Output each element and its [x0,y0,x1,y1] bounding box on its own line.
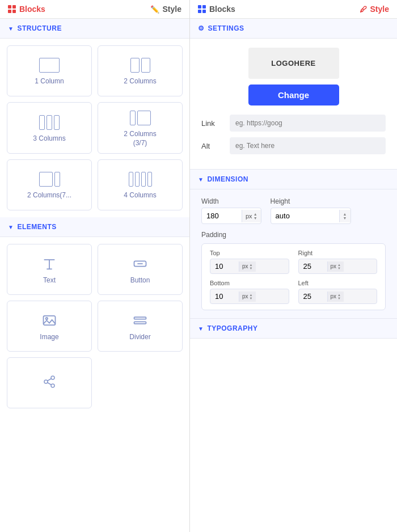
right-pencil-icon: 🖊 [360,5,367,14]
height-input-wrap: ▲▼ [271,208,351,224]
settings-content: LOGO HERE Change Link Alt [190,39,397,169]
button-icon [132,256,148,272]
element-image-label: Image [40,333,58,342]
element-share[interactable] [7,357,92,408]
dimension-section-header: ▼ DIMENSION [190,170,397,189]
padding-top-input[interactable] [210,259,239,273]
share-icon [43,375,56,389]
padding-right-arrows: ▲▼ [337,263,341,270]
padding-bottom-wrap: px ▲▼ [210,289,289,304]
share-svg [43,375,56,389]
logo-regular: HERE [294,59,316,67]
typography-label: TYPOGRAPHY [207,324,257,332]
height-input[interactable] [271,208,339,223]
right-nav-blocks[interactable]: Blocks [198,5,235,14]
block-2-columns-73-label: 2 Columns(7... [27,191,71,200]
element-button[interactable]: Button [98,244,183,295]
padding-right-unit[interactable]: px ▲▼ [327,261,344,272]
padding-right-unit-label: px [331,263,337,269]
width-input[interactable] [202,208,242,223]
padding-bottom-unit[interactable]: px ▲▼ [239,292,256,302]
elements-caret: ▼ [8,224,14,230]
width-unit[interactable]: px ▲▼ [242,210,261,222]
text-icon [41,256,57,272]
image-icon [41,313,57,328]
padding-right-wrap: px ▲▼ [298,259,378,274]
left-blocks-label: Blocks [19,5,45,14]
alt-field-row: Alt [201,137,386,154]
elements-section-header: ▼ ELEMENTS [0,217,189,237]
right-blocks-icon [198,5,206,13]
link-input[interactable] [230,115,386,132]
typography-section-header[interactable]: ▼ TYPOGRAPHY [190,319,397,339]
width-arrows: ▲▼ [254,212,257,220]
block-3-columns[interactable]: 3 Columns [7,102,92,154]
typography-caret: ▼ [198,326,204,332]
element-divider[interactable]: Divider [98,301,183,352]
icon-3-columns [39,115,60,130]
right-panel: Blocks 🖊 Style ⚙ SETTINGS LOGO HERE Chan… [190,0,397,532]
element-text[interactable]: Text [7,244,92,295]
block-2-columns-37[interactable]: 2 Columns(3/7) [98,102,183,154]
icon-1-column [39,58,60,73]
padding-left-group: Left px ▲▼ [298,280,378,304]
element-image[interactable]: Image [7,301,92,352]
padding-left-input[interactable] [299,289,327,303]
svg-point-10 [44,380,48,383]
padding-right-label: Right [298,250,378,256]
right-top-nav: Blocks 🖊 Style [190,0,397,19]
padding-left-wrap: px ▲▼ [298,289,378,304]
block-2-columns-label: 2 Columns [124,77,156,86]
block-2-columns-73[interactable]: 2 Columns(7... [7,159,92,210]
svg-rect-7 [134,318,146,320]
right-blocks-label: Blocks [209,5,235,14]
blocks-icon [8,5,16,13]
dimension-label: DIMENSION [207,175,248,183]
block-4-columns-label: 4 Columns [124,191,156,200]
padding-right-group: Right px ▲▼ [298,250,378,274]
height-group: Height ▲▼ [271,197,351,224]
right-panel-scroll[interactable]: ⚙ SETTINGS LOGO HERE Change Link Alt [190,19,397,532]
element-divider-label: Divider [129,333,150,342]
typography-section: ▼ TYPOGRAPHY [190,318,397,339]
padding-left-unit[interactable]: px ▲▼ [327,292,344,302]
width-unit-label: px [246,213,252,219]
block-4-columns[interactable]: 4 Columns [98,159,183,210]
structure-label: STRUCTURE [17,24,62,32]
dimension-caret: ▼ [198,176,204,183]
image-svg [41,313,57,328]
structure-section-header: ▼ STRUCTURE [0,19,189,39]
padding-bottom-unit-label: px [242,293,248,299]
change-button[interactable]: Change [248,85,339,105]
link-field-row: Link [201,115,386,132]
right-nav-style[interactable]: 🖊 Style [360,5,389,14]
alt-input[interactable] [230,137,386,154]
left-panel-scroll[interactable]: ▼ STRUCTURE 1 Column 2 Columns [0,19,189,532]
svg-point-11 [51,384,54,387]
icon-2-columns [130,58,150,73]
left-nav-style[interactable]: ✏️ Style [150,5,181,14]
svg-line-12 [48,383,52,385]
padding-top-unit[interactable]: px ▲▼ [239,261,256,272]
padding-bottom-label: Bottom [210,280,289,286]
height-label: Height [271,197,351,205]
padding-label: Padding [201,231,386,239]
text-svg [41,256,57,272]
left-style-label: Style [163,5,181,14]
padding-bottom-input[interactable] [210,289,239,303]
logo-bold: LOGO [271,59,294,67]
link-label: Link [201,119,224,128]
block-1-column[interactable]: 1 Column [7,45,92,96]
padding-top-group: Top px ▲▼ [210,250,289,274]
height-arrows[interactable]: ▲▼ [339,210,350,222]
left-nav-blocks[interactable]: Blocks [8,5,45,14]
elements-label: ELEMENTS [17,223,56,231]
padding-left-arrows: ▲▼ [337,293,341,300]
padding-right-input[interactable] [299,259,327,273]
element-button-label: Button [130,276,150,285]
element-text-label: Text [43,276,56,285]
elements-grid: Text Button [0,237,189,415]
icon-2-columns-73 [39,172,60,187]
block-2-columns[interactable]: 2 Columns [98,45,183,96]
logo-section: LOGO HERE Change [201,48,386,105]
